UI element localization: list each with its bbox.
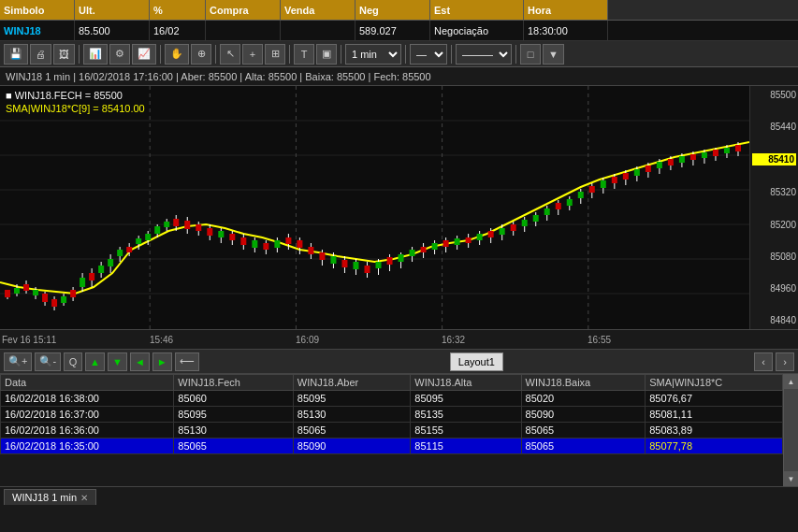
table-cell-0-0: 16/02/2018 16:38:00 (1, 391, 174, 407)
indicator-btn[interactable]: 📈 (132, 44, 156, 65)
up-btn[interactable]: ▲ (85, 352, 105, 371)
table-row: 16/02/2018 16:35:00850658509085115850658… (1, 439, 783, 454)
layout1-tab[interactable]: Layout1 (450, 352, 503, 371)
svg-rect-33 (108, 259, 113, 266)
svg-rect-91 (421, 247, 427, 252)
svg-rect-71 (308, 247, 313, 254)
svg-rect-47 (173, 219, 179, 226)
col-venda-label: Venda (281, 0, 355, 20)
cursor-btn[interactable]: ↖ (220, 44, 240, 65)
nav-prev-btn[interactable]: ‹ (754, 352, 773, 371)
winj18-tab-close[interactable]: ✕ (80, 493, 88, 503)
left-btn[interactable]: ◄ (130, 352, 150, 371)
svg-rect-139 (690, 154, 696, 160)
nav-next-btn[interactable]: › (776, 352, 794, 371)
ticker-compra (206, 21, 281, 40)
svg-rect-57 (229, 234, 235, 240)
print-btn[interactable]: 🖨 (30, 44, 51, 65)
fit-btn[interactable]: Q (64, 352, 82, 371)
price-84840: 84840 (752, 315, 796, 325)
dropdown-btn[interactable]: ▼ (543, 44, 564, 65)
svg-rect-27 (80, 278, 85, 287)
svg-rect-17 (33, 290, 38, 295)
ticker-neg: 589.027 (355, 21, 430, 40)
svg-rect-29 (89, 273, 94, 280)
timeframe-select[interactable]: 1 min 5 min 15 min 30 min 60 min D W (345, 44, 401, 65)
sep2 (160, 45, 161, 64)
save-btn[interactable]: 💾 (4, 44, 28, 65)
chart-area[interactable]: ■ WINJ18.FECH = 85500 SMA|WINJ18*C[9] = … (0, 86, 798, 329)
svg-rect-99 (466, 237, 472, 243)
col-hora-label: Hora (524, 0, 608, 20)
svg-rect-111 (533, 215, 539, 222)
svg-rect-49 (184, 221, 190, 229)
back-btn[interactable]: ⟵ (175, 352, 199, 371)
col-aber-header: WINJ18.Aber (293, 375, 410, 391)
zoom-out-btn[interactable]: 🔍- (35, 352, 61, 371)
crosshair-btn[interactable]: ⊕ (191, 44, 211, 65)
rect-btn[interactable]: □ (520, 44, 541, 65)
settings-btn[interactable]: ⚙ (109, 44, 130, 65)
table-scrollbar[interactable]: ▲ ▼ (783, 374, 798, 486)
winj18-tab[interactable]: WINJ18 1 min ✕ (4, 489, 96, 505)
scrollbar-up[interactable]: ▲ (784, 374, 798, 389)
svg-rect-133 (657, 162, 662, 168)
price-85080: 85080 (752, 252, 796, 262)
svg-rect-105 (500, 228, 505, 235)
svg-rect-127 (623, 173, 629, 180)
table-header-row: Data WINJ18.Fech WINJ18.Aber WINJ18.Alta… (1, 375, 783, 391)
table-cell-0-4: 85020 (521, 391, 646, 407)
table-cell-3-1: 85065 (174, 439, 294, 454)
svg-rect-53 (207, 228, 212, 236)
scrollbar-down[interactable]: ▼ (784, 471, 798, 486)
ticker-ult: 85.500 (75, 21, 150, 40)
time-tick-1632: 16:32 (442, 335, 465, 345)
chart-svg-container (0, 86, 749, 329)
zoom-in-btn[interactable]: 🔍+ (4, 352, 32, 371)
scrollbar-thumb[interactable] (784, 389, 798, 471)
table-row: 16/02/2018 16:36:00851308506585155850658… (1, 423, 783, 439)
text-btn[interactable]: T (294, 44, 314, 65)
sep6 (405, 45, 406, 64)
svg-rect-19 (42, 294, 48, 302)
price-85410-current: 85410 (752, 153, 796, 165)
svg-rect-31 (98, 266, 104, 273)
table-cell-2-1: 85130 (174, 423, 294, 439)
svg-rect-51 (196, 224, 201, 231)
bottom-toolbar: 🔍+ 🔍- Q ▲ ▼ ◄ ► ⟵ Layout1 ‹ › (0, 350, 798, 374)
svg-rect-39 (136, 238, 141, 244)
svg-rect-75 (330, 256, 336, 264)
table-cell-2-3: 85155 (411, 423, 521, 439)
ticker-data-row: WINJ18 85.500 16/02 589.027 Negociação 1… (0, 21, 798, 41)
img-btn[interactable]: 🖼 (53, 44, 75, 65)
obj-btn[interactable]: ▣ (316, 44, 337, 65)
svg-rect-69 (297, 240, 302, 248)
plus-btn[interactable]: + (242, 44, 263, 65)
svg-rect-59 (240, 237, 246, 245)
svg-rect-103 (488, 231, 494, 237)
grid-btn[interactable]: ⊞ (265, 44, 285, 65)
right-btn[interactable]: ► (152, 352, 172, 371)
line-color-select[interactable]: — (410, 44, 447, 65)
table-cell-0-3: 85095 (411, 391, 521, 407)
col-neg-label: Neg (355, 0, 430, 20)
bar-chart-btn[interactable]: 📊 (83, 44, 108, 65)
table-cell-1-2: 85130 (293, 407, 410, 423)
table-cell-2-5: 85083,89 (646, 423, 783, 439)
hand-tool-btn[interactable]: ✋ (165, 44, 189, 65)
svg-rect-89 (410, 250, 415, 256)
sep3 (215, 45, 216, 64)
sep4 (289, 45, 290, 64)
line-style-select[interactable]: ——— (456, 44, 512, 65)
sep8 (515, 45, 516, 64)
col-est-label: Est (430, 0, 524, 20)
table-cell-0-2: 85095 (293, 391, 410, 407)
col-symbol-label: Simbolo (0, 0, 75, 20)
svg-rect-121 (589, 186, 595, 193)
ohlc-table: Data WINJ18.Fech WINJ18.Aber WINJ18.Alta… (0, 374, 783, 454)
col-baixa-header: WINJ18.Baixa (521, 375, 646, 391)
svg-rect-61 (252, 240, 257, 248)
bottom-tab-bar: WINJ18 1 min ✕ (0, 486, 798, 507)
time-tick-1609: 16:09 (296, 335, 319, 345)
down-btn[interactable]: ▼ (108, 352, 127, 371)
